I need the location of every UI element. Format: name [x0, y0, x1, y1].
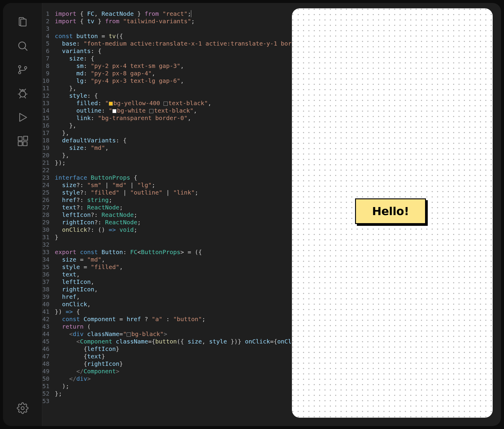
code-line[interactable]: variants: { [55, 47, 306, 55]
button-shadow: Hello! [357, 200, 428, 226]
svg-rect-7 [23, 142, 27, 146]
code-content[interactable]: import { FC, ReactNode } from "react";im… [55, 10, 306, 426]
code-line[interactable]: size?: "sm" | "md" | "lg"; [55, 181, 306, 189]
code-line[interactable]: </div> [55, 375, 306, 383]
line-number: 47 [42, 353, 49, 360]
svg-rect-6 [18, 142, 22, 146]
code-line[interactable]: }, [55, 129, 306, 137]
code-line[interactable]: md: "py-2 px-8 gap-4", [55, 70, 306, 77]
line-number-gutter: 1234567891011121314151617181920212223242… [42, 10, 55, 426]
code-line[interactable]: style: { [55, 92, 306, 100]
code-line[interactable]: const button = tv({ [55, 32, 306, 40]
line-number: 37 [42, 278, 49, 286]
debug-icon[interactable] [12, 83, 33, 104]
extensions-icon[interactable] [12, 130, 33, 152]
line-number: 40 [42, 301, 49, 308]
line-number: 39 [42, 293, 49, 301]
hello-button[interactable]: Hello! [355, 198, 426, 224]
code-line[interactable] [55, 167, 306, 174]
code-line[interactable]: const Component = href ? "a" : "button"; [55, 315, 306, 323]
line-number: 26 [42, 196, 49, 204]
line-number: 24 [42, 181, 49, 189]
line-number: 52 [42, 390, 49, 397]
code-line[interactable]: size: "md", [55, 144, 306, 152]
code-line[interactable]: }); [55, 159, 306, 167]
line-number: 21 [42, 159, 49, 167]
line-number: 11 [42, 85, 49, 92]
line-number: 14 [42, 107, 49, 114]
code-line[interactable]: }, [55, 122, 306, 129]
code-line[interactable]: outline: "bg-white text-black", [55, 107, 306, 114]
code-line[interactable]: import { tv } from "tailwind-variants"; [55, 18, 306, 25]
code-line[interactable]: style?: "filled" | "outline" | "link"; [55, 189, 306, 196]
code-line[interactable]: {rightIcon} [55, 360, 306, 368]
code-line[interactable]: size = "md", [55, 256, 306, 263]
code-line[interactable]: text?: ReactNode; [55, 204, 306, 211]
line-number: 13 [42, 100, 49, 107]
line-number: 4 [42, 32, 49, 40]
code-line[interactable]: rightIcon?: ReactNode; [55, 219, 306, 226]
search-icon[interactable] [12, 35, 33, 57]
code-line[interactable]: text, [55, 271, 306, 278]
code-line[interactable]: defaultVariants: { [55, 137, 306, 144]
line-number: 50 [42, 375, 49, 383]
code-line[interactable]: leftIcon?: ReactNode; [55, 211, 306, 219]
code-line[interactable]: rightIcon, [55, 286, 306, 293]
code-line[interactable]: } [55, 234, 306, 241]
code-line[interactable]: return ( [55, 323, 306, 330]
code-line[interactable]: }; [55, 390, 306, 397]
code-line[interactable]: <Component className={button({ size, sty… [55, 338, 306, 345]
explorer-icon[interactable] [12, 11, 33, 33]
code-line[interactable]: }, [55, 152, 306, 159]
code-line[interactable] [55, 241, 306, 248]
gear-icon[interactable] [12, 397, 33, 419]
code-line[interactable]: </Component> [55, 368, 306, 375]
code-line[interactable]: size: { [55, 55, 306, 62]
line-number: 7 [42, 55, 49, 62]
line-number: 18 [42, 137, 49, 144]
code-line[interactable]: ); [55, 383, 306, 390]
line-number: 45 [42, 338, 49, 345]
line-number: 28 [42, 211, 49, 219]
code-line[interactable]: }, [55, 85, 306, 92]
code-line[interactable]: filled: "bg-yellow-400 text-black", [55, 100, 306, 107]
line-number: 46 [42, 345, 49, 353]
code-line[interactable]: onClick, [55, 301, 306, 308]
code-line[interactable]: style = "filled", [55, 263, 306, 271]
line-number: 48 [42, 360, 49, 368]
line-number: 31 [42, 234, 49, 241]
code-line[interactable]: onClick?: () => void; [55, 226, 306, 234]
line-number: 6 [42, 47, 49, 55]
code-line[interactable]: leftIcon, [55, 278, 306, 286]
code-editor[interactable]: 1234567891011121314151617181920212223242… [42, 3, 290, 426]
line-number: 53 [42, 397, 49, 405]
line-number: 8 [42, 62, 49, 70]
app-window: 1234567891011121314151617181920212223242… [3, 3, 501, 426]
line-number: 3 [42, 25, 49, 32]
run-icon[interactable] [12, 107, 33, 128]
code-line[interactable]: {leftIcon} [55, 345, 306, 353]
code-line[interactable] [55, 397, 306, 405]
line-number: 51 [42, 383, 49, 390]
code-line[interactable]: export const Button: FC<ButtonProps> = (… [55, 248, 306, 256]
code-line[interactable]: {text} [55, 353, 306, 360]
line-number: 29 [42, 219, 49, 226]
code-line[interactable]: lg: "py-4 px-3 text-lg gap-6", [55, 77, 306, 85]
source-control-icon[interactable] [12, 59, 33, 80]
line-number: 23 [42, 174, 49, 181]
code-line[interactable]: href, [55, 293, 306, 301]
code-line[interactable]: link: "bg-transparent border-0", [55, 114, 306, 122]
code-line[interactable]: interface ButtonProps { [55, 174, 306, 181]
code-line[interactable]: base: "font-medium active:translate-x-1 … [55, 40, 306, 47]
line-number: 2 [42, 18, 49, 25]
svg-rect-8 [24, 136, 27, 140]
svg-rect-5 [18, 137, 22, 141]
code-line[interactable]: }) => { [55, 308, 306, 315]
code-line[interactable] [55, 25, 306, 32]
preview-canvas: Hello! [292, 8, 493, 418]
code-line[interactable]: sm: "py-2 px-4 text-sm gap-3", [55, 62, 306, 70]
code-line[interactable]: href?: string; [55, 196, 306, 204]
code-line[interactable]: <div className="bg-black"> [55, 330, 306, 338]
code-line[interactable]: import { FC, ReactNode } from "react"; [55, 10, 306, 18]
line-number: 9 [42, 70, 49, 77]
